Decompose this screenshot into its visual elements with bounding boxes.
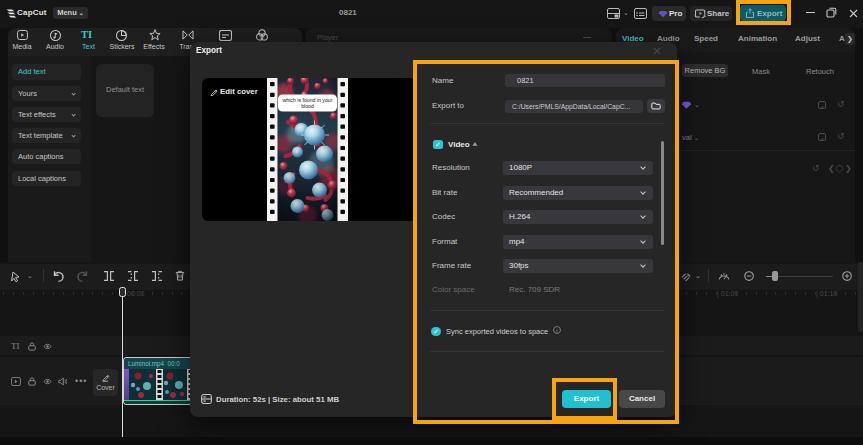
svg-text:which is found in your: which is found in your [283,97,333,103]
svg-text:blood: blood [301,103,314,109]
